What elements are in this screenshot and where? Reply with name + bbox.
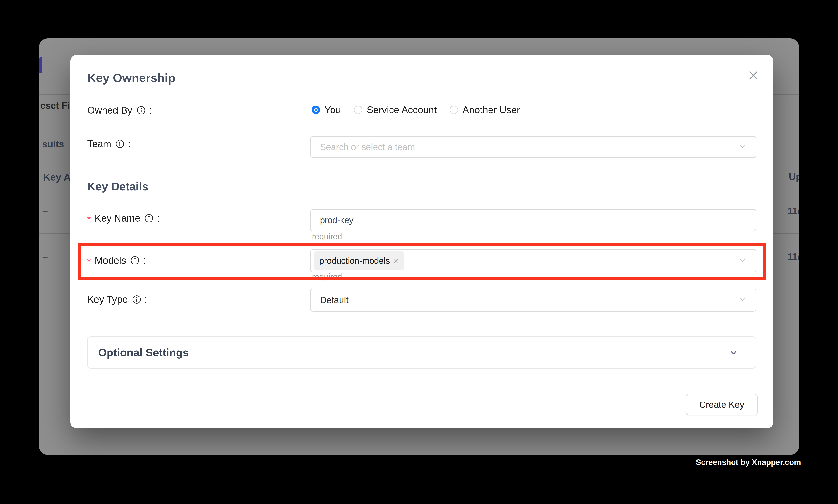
close-icon — [748, 70, 758, 80]
selected-model-tag: production-models — [314, 251, 404, 270]
models-label: * Models : — [87, 255, 146, 266]
optional-settings-title: Optional Settings — [98, 346, 189, 359]
required-asterisk: * — [87, 257, 91, 266]
team-select-placeholder: Search or select a team — [320, 142, 415, 152]
models-multiselect[interactable]: production-models — [310, 249, 756, 272]
info-icon[interactable] — [144, 214, 154, 223]
create-key-button[interactable]: Create Key — [686, 394, 757, 415]
info-icon[interactable] — [115, 139, 124, 148]
table-cell-date-fragment: 11/ — [788, 205, 799, 216]
info-icon[interactable] — [132, 295, 141, 304]
key-type-value: Default — [320, 295, 349, 305]
key-name-value: prod-key — [320, 215, 353, 225]
models-validation-message: required — [312, 272, 342, 282]
optional-settings-accordion[interactable]: Optional Settings — [87, 336, 756, 369]
close-button[interactable] — [747, 69, 759, 82]
clipped-primary-button — [39, 57, 42, 73]
radio-option-service-account[interactable]: Service Account — [354, 104, 437, 115]
radio-unselected-icon — [354, 106, 362, 114]
table-cell-dash: – — [42, 251, 48, 262]
team-label: Team : — [87, 139, 131, 149]
chevron-down-icon — [738, 256, 746, 265]
team-select[interactable]: Search or select a team — [310, 136, 756, 158]
radio-option-you[interactable]: You — [311, 104, 341, 115]
owned-by-label: Owned By : — [87, 105, 152, 115]
info-icon[interactable] — [137, 106, 146, 115]
radio-option-another-user[interactable]: Another User — [450, 104, 520, 115]
key-type-select[interactable]: Default — [310, 288, 756, 311]
table-cell-dash: – — [42, 205, 48, 216]
updated-column-header-fragment: Up — [789, 171, 799, 182]
table-cell-date-fragment: 11/ — [788, 251, 799, 262]
chevron-down-icon — [738, 296, 746, 304]
owned-by-radio-group: You Service Account Another User — [311, 104, 533, 115]
selected-model-tag-label: production-models — [319, 256, 390, 266]
key-name-label: * Key Name : — [87, 213, 160, 223]
chevron-down-icon — [729, 348, 738, 357]
radio-selected-icon — [311, 106, 320, 114]
key-name-input[interactable]: prod-key — [310, 209, 756, 231]
required-asterisk: * — [87, 215, 91, 224]
key-details-title: Key Details — [87, 180, 148, 193]
create-key-modal: Key Ownership Owned By : You Service Acc… — [70, 55, 773, 428]
key-type-label: Key Type : — [87, 294, 147, 305]
info-icon[interactable] — [130, 256, 139, 265]
modal-title: Key Ownership — [87, 71, 175, 84]
watermark-text: Screenshot by Xnapper.com — [696, 458, 801, 467]
results-count-fragment: sults — [42, 139, 64, 149]
radio-unselected-icon — [450, 106, 458, 114]
key-name-validation-message: required — [312, 232, 342, 241]
chevron-down-icon — [738, 143, 746, 151]
remove-tag-icon[interactable] — [393, 258, 399, 264]
